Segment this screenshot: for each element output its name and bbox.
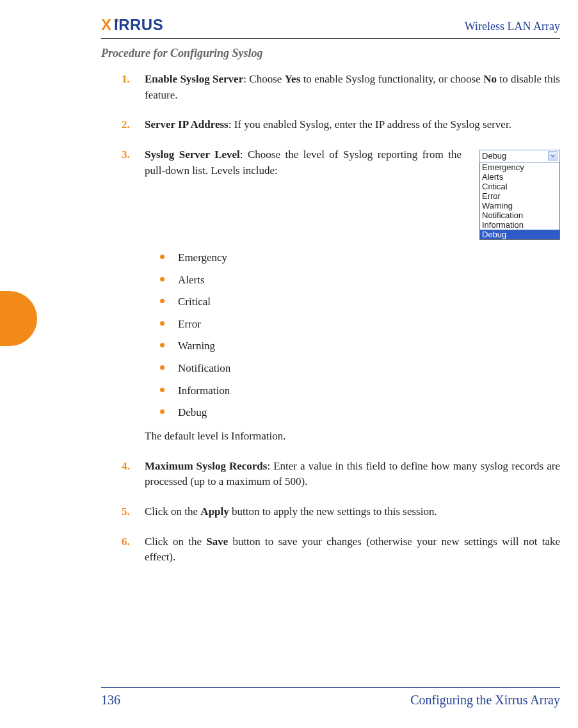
dropdown-option-selected[interactable]: Debug	[480, 230, 559, 239]
thumb-tab	[0, 291, 37, 346]
list-item: Critical	[159, 294, 560, 310]
chevron-down-icon	[548, 151, 558, 161]
text-bold: No	[483, 73, 497, 85]
step-lead: Enable Syslog Server	[145, 73, 243, 85]
list-item: Emergency	[159, 250, 560, 266]
list-item: Information	[159, 383, 560, 399]
step-lead: Server IP Address	[145, 118, 229, 131]
text: button to apply the new settings to this…	[229, 505, 437, 518]
step-lead: Syslog Server Level	[145, 148, 240, 161]
step-5: 5. Click on the Apply button to apply th…	[122, 504, 560, 520]
step-number: 6.	[122, 534, 136, 566]
text: : If you enabled Syslog, enter the IP ad…	[229, 118, 511, 131]
header-rule	[101, 38, 560, 39]
footer-section: Configuring the Xirrus Array	[410, 693, 560, 708]
list-item: Warning	[159, 338, 560, 354]
step-number: 2.	[122, 117, 136, 133]
dropdown-option[interactable]: Notification	[480, 210, 559, 220]
step-6: 6. Click on the Save button to save your…	[122, 534, 560, 566]
text: to enable Syslog functionality, or choos…	[300, 73, 483, 85]
brand-logo: X IRRUS	[101, 17, 216, 33]
document-title: Wireless LAN Array	[465, 20, 560, 33]
step-number: 5.	[122, 504, 136, 520]
step-2: 2. Server IP Address: If you enabled Sys…	[122, 117, 560, 133]
page-number: 136	[101, 693, 120, 708]
text: Click on the	[145, 535, 206, 548]
bullet-list: Emergency Alerts Critical Error Warning …	[159, 250, 560, 421]
dropdown-screenshot: Debug Emergency Alerts Critical Error	[479, 150, 560, 240]
svg-text:X: X	[101, 17, 112, 33]
step-4: 4. Maximum Syslog Records: Enter a value…	[122, 459, 560, 490]
dropdown-list[interactable]: Emergency Alerts Critical Error Warning …	[479, 162, 560, 240]
list-item: Alerts	[159, 273, 560, 289]
text: Click on the	[145, 505, 200, 518]
step-1: 1. Enable Syslog Server: Choose Yes to e…	[122, 72, 560, 103]
step-number: 4.	[122, 459, 136, 490]
list-item: Debug	[159, 405, 560, 421]
text: : Choose	[243, 73, 284, 85]
step-lead: Maximum Syslog Records	[145, 460, 267, 472]
footer-rule	[101, 687, 560, 688]
text-bold: Yes	[285, 73, 301, 85]
dropdown-selected: Debug	[482, 150, 506, 162]
dropdown-select[interactable]: Debug	[479, 150, 560, 162]
list-item: Error	[159, 317, 560, 333]
svg-text:IRRUS: IRRUS	[114, 17, 163, 33]
text-bold: Save	[206, 535, 228, 548]
step-trailing: The default level is Information.	[145, 429, 560, 445]
dropdown-option[interactable]: Information	[480, 220, 559, 230]
text-bold: Apply	[200, 505, 229, 518]
section-heading: Procedure for Configuring Syslog	[101, 47, 560, 60]
step-number: 1.	[122, 72, 136, 103]
step-3: 3. Syslog Server Level: Choose the level…	[122, 147, 560, 445]
dropdown-option[interactable]: Critical	[480, 182, 559, 191]
step-number: 3.	[122, 147, 136, 445]
list-item: Notification	[159, 361, 560, 377]
dropdown-option[interactable]: Error	[480, 191, 559, 201]
dropdown-option[interactable]: Emergency	[480, 162, 559, 172]
dropdown-option[interactable]: Warning	[480, 201, 559, 210]
dropdown-option[interactable]: Alerts	[480, 172, 559, 182]
